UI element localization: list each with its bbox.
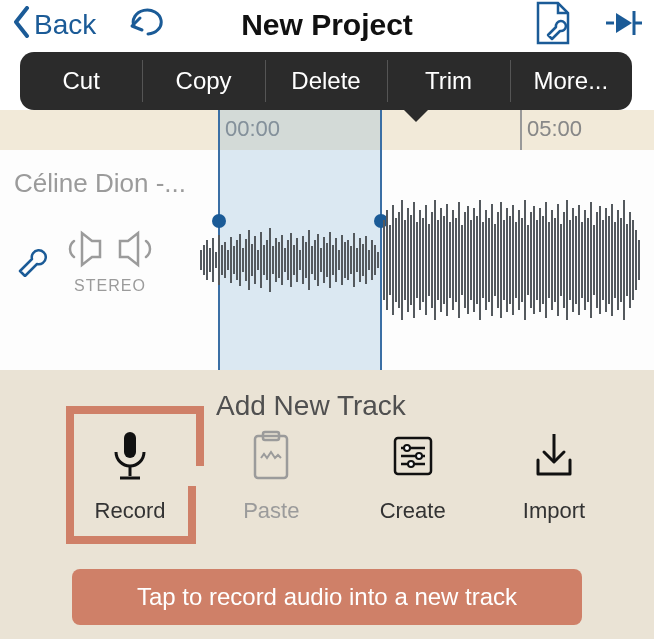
track-name[interactable]: Céline Dion -... bbox=[14, 168, 204, 199]
copy-button[interactable]: Copy bbox=[142, 52, 264, 110]
svg-rect-113 bbox=[530, 212, 532, 308]
import-label: Import bbox=[523, 498, 585, 524]
svg-rect-59 bbox=[365, 236, 367, 284]
svg-rect-33 bbox=[287, 240, 289, 280]
svg-rect-13 bbox=[227, 250, 229, 270]
record-button[interactable]: Record bbox=[70, 430, 190, 524]
svg-rect-67 bbox=[392, 205, 394, 315]
svg-rect-39 bbox=[305, 242, 307, 278]
svg-rect-137 bbox=[602, 220, 604, 300]
svg-rect-125 bbox=[566, 200, 568, 320]
svg-rect-41 bbox=[311, 246, 313, 274]
svg-rect-131 bbox=[584, 210, 586, 310]
svg-rect-48 bbox=[332, 245, 334, 275]
svg-rect-87 bbox=[452, 210, 454, 310]
svg-rect-146 bbox=[629, 212, 631, 308]
svg-rect-135 bbox=[596, 212, 598, 308]
svg-rect-90 bbox=[461, 225, 463, 295]
svg-rect-116 bbox=[539, 208, 541, 312]
back-button[interactable]: Back bbox=[12, 6, 96, 45]
svg-rect-29 bbox=[275, 238, 277, 282]
svg-rect-11 bbox=[221, 245, 223, 275]
back-label: Back bbox=[34, 9, 96, 41]
svg-rect-62 bbox=[374, 245, 376, 275]
svg-rect-16 bbox=[236, 240, 238, 280]
svg-rect-20 bbox=[248, 230, 250, 290]
context-menu-tail bbox=[404, 110, 428, 122]
more-button[interactable]: More... bbox=[510, 52, 632, 110]
chevron-left-icon bbox=[12, 6, 32, 45]
svg-point-159 bbox=[416, 453, 422, 459]
svg-rect-17 bbox=[239, 234, 241, 286]
svg-rect-58 bbox=[362, 244, 364, 276]
wrench-icon bbox=[14, 243, 48, 277]
svg-rect-80 bbox=[431, 212, 433, 308]
svg-rect-142 bbox=[617, 210, 619, 310]
svg-rect-5 bbox=[203, 245, 205, 275]
svg-rect-9 bbox=[215, 252, 217, 268]
svg-rect-61 bbox=[371, 240, 373, 280]
svg-rect-106 bbox=[509, 216, 511, 304]
svg-rect-92 bbox=[467, 206, 469, 314]
svg-rect-130 bbox=[581, 222, 583, 298]
page-title: New Project bbox=[241, 8, 413, 42]
svg-rect-54 bbox=[350, 246, 352, 274]
svg-rect-37 bbox=[299, 250, 301, 270]
svg-rect-60 bbox=[368, 250, 370, 270]
svg-rect-55 bbox=[353, 233, 355, 287]
svg-rect-86 bbox=[449, 222, 451, 298]
svg-rect-75 bbox=[416, 222, 418, 298]
svg-rect-122 bbox=[557, 204, 559, 316]
play-to-end-button[interactable] bbox=[604, 9, 642, 41]
svg-rect-82 bbox=[437, 220, 439, 300]
svg-rect-31 bbox=[281, 235, 283, 285]
clipboard-icon bbox=[247, 430, 295, 486]
svg-point-161 bbox=[408, 461, 414, 467]
svg-rect-121 bbox=[554, 218, 556, 302]
svg-rect-139 bbox=[608, 216, 610, 304]
svg-rect-120 bbox=[551, 210, 553, 310]
svg-rect-14 bbox=[230, 237, 232, 283]
cut-button[interactable]: Cut bbox=[20, 52, 142, 110]
svg-rect-40 bbox=[308, 230, 310, 290]
project-settings-button[interactable] bbox=[534, 1, 572, 49]
paste-button[interactable]: Paste bbox=[211, 430, 331, 524]
svg-rect-132 bbox=[587, 218, 589, 302]
svg-rect-15 bbox=[233, 246, 235, 274]
create-button[interactable]: Create bbox=[353, 430, 473, 524]
svg-point-157 bbox=[404, 445, 410, 451]
context-menu: Cut Copy Delete Trim More... bbox=[20, 52, 632, 110]
ruler-label-5: 05:00 bbox=[527, 116, 582, 142]
svg-rect-19 bbox=[245, 239, 247, 281]
header: Back New Project bbox=[0, 0, 654, 50]
channel-mode-button[interactable]: STEREO bbox=[66, 229, 154, 295]
svg-rect-136 bbox=[599, 206, 601, 314]
record-label: Record bbox=[95, 498, 166, 524]
svg-rect-51 bbox=[341, 235, 343, 285]
import-button[interactable]: Import bbox=[494, 430, 614, 524]
trim-button[interactable]: Trim bbox=[387, 52, 509, 110]
svg-rect-149 bbox=[638, 240, 640, 280]
svg-rect-144 bbox=[623, 200, 625, 320]
svg-rect-128 bbox=[575, 216, 577, 304]
undo-button[interactable] bbox=[126, 8, 166, 42]
svg-rect-127 bbox=[572, 208, 574, 312]
svg-rect-8 bbox=[212, 238, 214, 282]
waveform-area[interactable] bbox=[200, 150, 654, 370]
svg-rect-97 bbox=[482, 222, 484, 298]
svg-rect-111 bbox=[524, 200, 526, 320]
delete-button[interactable]: Delete bbox=[265, 52, 387, 110]
svg-rect-84 bbox=[443, 216, 445, 304]
svg-rect-117 bbox=[542, 216, 544, 304]
track-settings-button[interactable] bbox=[14, 243, 48, 281]
tip-banner[interactable]: Tap to record audio into a new track bbox=[72, 569, 582, 625]
svg-rect-72 bbox=[407, 208, 409, 312]
svg-rect-30 bbox=[278, 242, 280, 278]
svg-rect-112 bbox=[527, 225, 529, 295]
svg-rect-101 bbox=[494, 224, 496, 296]
svg-rect-141 bbox=[614, 222, 616, 298]
svg-rect-65 bbox=[386, 210, 388, 310]
svg-rect-73 bbox=[410, 215, 412, 305]
stereo-icon bbox=[66, 229, 154, 273]
microphone-icon bbox=[106, 430, 154, 486]
